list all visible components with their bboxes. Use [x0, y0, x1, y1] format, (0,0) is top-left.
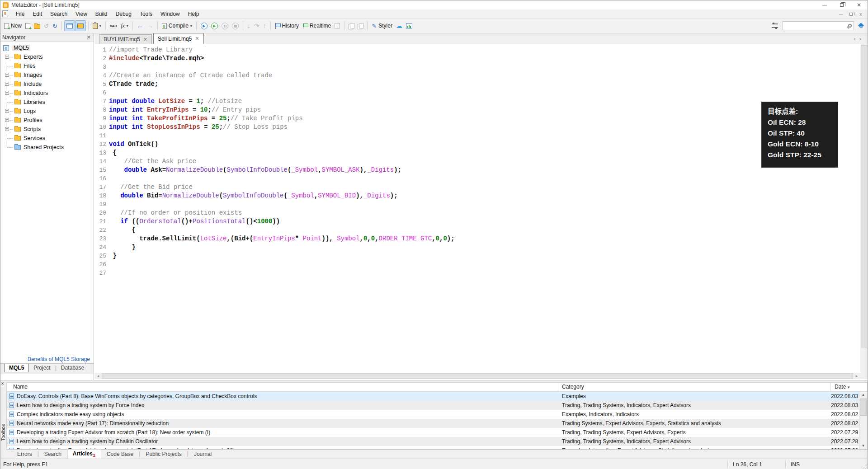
toolbox-tab-errors[interactable]: Errors: [12, 450, 38, 458]
tree-item-mql5-root[interactable]: {}MQL5: [0, 43, 94, 52]
step-into-button[interactable]: ↓: [245, 20, 252, 31]
storage-button[interactable]: ☁: [394, 20, 404, 31]
menu-debug[interactable]: Debug: [112, 9, 136, 19]
navigator-tab-database[interactable]: Database: [57, 364, 89, 372]
new-window-button[interactable]: [24, 20, 32, 31]
expand-plus-icon[interactable]: +: [5, 109, 9, 113]
snippets-button[interactable]: [356, 20, 365, 31]
restore-button[interactable]: [833, 0, 850, 9]
editor-horizontal-scrollbar[interactable]: ◂ ▸: [94, 373, 860, 379]
menu-window[interactable]: Window: [156, 9, 184, 19]
menu-build[interactable]: Build: [91, 9, 112, 19]
code-line-2[interactable]: 2#include<Trade\Trade.mqh>: [94, 54, 860, 63]
menu-search[interactable]: Search: [46, 9, 71, 19]
toolbox-tab-code-base[interactable]: Code Base: [101, 450, 139, 458]
toggle-navigator-button[interactable]: [64, 20, 75, 31]
code-line-21[interactable]: 21 if ((OrdersTotal()+PositionsTotal()<1…: [94, 217, 860, 226]
code-line-10[interactable]: 10input int StopLossInPips = 25;// Stop …: [94, 123, 860, 131]
functions-button[interactable]: fx ▾: [119, 20, 130, 31]
mdi-restore-button[interactable]: [846, 9, 856, 19]
tree-item-logs[interactable]: +Logs: [0, 107, 94, 116]
code-line-25[interactable]: 25 }: [94, 252, 860, 260]
editor-vertical-scrollbar[interactable]: [860, 44, 868, 373]
code-line-26[interactable]: 26: [94, 260, 860, 269]
compile-button[interactable]: Compile ▾: [160, 20, 194, 31]
code-line-7[interactable]: 7input double LotSize = 1; //Lotsize: [94, 97, 860, 106]
code-line-19[interactable]: 19: [94, 200, 860, 209]
code-line-5[interactable]: 5CTrade trade;: [94, 80, 860, 89]
toolbox-tab-articles[interactable]: Articles2: [67, 450, 101, 459]
minimize-button[interactable]: [816, 0, 833, 9]
editor-tab-buylimit-mq5[interactable]: BUYLIMIT.mq5✕: [99, 34, 152, 44]
search-input[interactable]: [783, 21, 854, 30]
column-header-name[interactable]: Name: [7, 383, 558, 391]
code-line-14[interactable]: 14 //Get the Ask price: [94, 157, 860, 166]
toolbox-tab-search[interactable]: Search: [39, 450, 67, 458]
articles-scroll-thumb[interactable]: [860, 399, 867, 416]
paste-button[interactable]: ▾: [91, 20, 103, 31]
code-line-24[interactable]: 24 }: [94, 243, 860, 252]
expand-plus-icon[interactable]: +: [5, 73, 9, 77]
menu-edit[interactable]: Edit: [28, 9, 46, 19]
code-line-16[interactable]: 16: [94, 174, 860, 183]
code-line-6[interactable]: 6: [94, 89, 860, 97]
code-line-8[interactable]: 8input int EntryInPips = 10;// Entry pip…: [94, 106, 860, 114]
article-row[interactable]: DoEasy. Controls (Part 8): Base WinForms…: [7, 392, 859, 401]
tab-scroll-arrows[interactable]: ‹›: [854, 35, 865, 42]
code-line-12[interactable]: 12void OnTick(): [94, 140, 860, 149]
help-education-icon[interactable]: [859, 23, 864, 28]
history-button[interactable]: History: [273, 20, 301, 31]
code-line-11[interactable]: 11: [94, 131, 860, 140]
menu-view[interactable]: View: [71, 9, 91, 19]
new-button[interactable]: New: [2, 20, 24, 31]
pause-debug-button[interactable]: [220, 20, 230, 31]
code-line-1[interactable]: 1//import Trade Library: [94, 46, 860, 54]
code-line-3[interactable]: 3: [94, 63, 860, 71]
close-button[interactable]: ✕: [850, 0, 868, 9]
tree-item-profiles[interactable]: +Profiles: [0, 116, 94, 125]
tree-item-services[interactable]: Services: [0, 134, 94, 143]
code-editor[interactable]: 1//import Trade Library2#include<Trade\T…: [94, 44, 860, 373]
navigate-forward-button[interactable]: →: [145, 20, 155, 31]
charts-button[interactable]: [404, 20, 414, 31]
toolbox-tab-public-projects[interactable]: Public Projects: [140, 450, 187, 458]
tree-item-scripts[interactable]: +Scripts: [0, 125, 94, 134]
code-line-15[interactable]: 15 double Ask=NormalizeDouble(SymbolInfo…: [94, 166, 860, 174]
toggle-toolbox-button[interactable]: [75, 20, 86, 31]
code-line-22[interactable]: 22 {: [94, 226, 860, 234]
code-line-17[interactable]: 17 //Get the Bid price: [94, 183, 860, 192]
realtime-button[interactable]: Realtime: [301, 20, 333, 31]
article-row[interactable]: Learn how to design a trading system by …: [7, 401, 859, 410]
styler-button[interactable]: ✎ Styler: [370, 20, 394, 31]
step-over-button[interactable]: ↷: [252, 20, 261, 31]
start-debug-button[interactable]: ▶: [199, 20, 209, 31]
hscroll-thumb[interactable]: [102, 373, 853, 379]
tree-item-files[interactable]: Files: [0, 61, 94, 70]
article-row[interactable]: Learn how to design a trading system by …: [7, 437, 859, 446]
step-out-button[interactable]: ↑: [261, 20, 268, 31]
scroll-down-arrow[interactable]: ▼: [859, 443, 867, 449]
toolbox-close-button[interactable]: x: [1, 381, 4, 386]
variables-button[interactable]: VAR: [108, 20, 119, 31]
vscroll-thumb[interactable]: [861, 45, 867, 347]
expand-plus-icon[interactable]: +: [5, 127, 9, 131]
code-line-23[interactable]: 23 trade.SellLimit(LotSize,(Bid+(EntryIn…: [94, 234, 860, 243]
mdi-close-button[interactable]: x: [856, 9, 866, 19]
column-header-category[interactable]: Category: [558, 383, 831, 391]
tree-item-experts[interactable]: +Experts: [0, 52, 94, 61]
hscroll-left-arrow[interactable]: ◂: [94, 374, 102, 378]
save-button[interactable]: ↺: [42, 20, 51, 31]
hscroll-right-arrow[interactable]: ▸: [853, 374, 860, 378]
settings-sliders-icon[interactable]: [772, 23, 778, 28]
tree-item-images[interactable]: +Images: [0, 70, 94, 80]
navigator-close-button[interactable]: ✕: [85, 34, 92, 40]
refresh-button[interactable]: ↻: [51, 20, 59, 31]
stop-debug-button[interactable]: [230, 20, 241, 31]
mdi-minimize-button[interactable]: [836, 9, 846, 19]
mql5-storage-link[interactable]: Benefits of MQL5 Storage: [28, 356, 90, 362]
code-line-4[interactable]: 4//Create an instance of Ctrade called t…: [94, 71, 860, 80]
code-line-18[interactable]: 18 double Bid=NormalizeDouble(SymbolInfo…: [94, 192, 860, 200]
article-row[interactable]: Neural networks made easy (Part 17): Dim…: [7, 419, 859, 428]
expand-plus-icon[interactable]: +: [5, 91, 9, 95]
code-line-9[interactable]: 9input int TakeProfitInPips = 25;// Take…: [94, 114, 860, 123]
